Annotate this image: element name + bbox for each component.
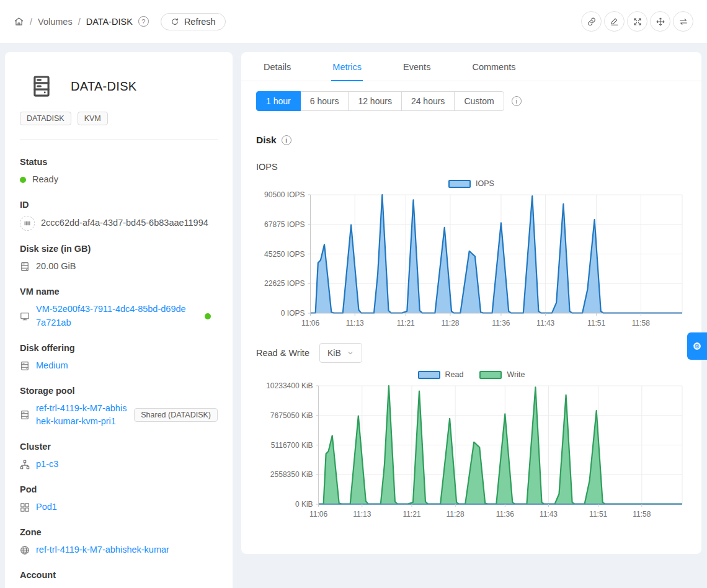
breadcrumb-volumes[interactable]: Volumes (38, 17, 73, 27)
svg-text:11:58: 11:58 (632, 319, 650, 327)
disk-section-title: Disk i (256, 135, 687, 146)
legend-item-iops[interactable]: IOPS (448, 179, 494, 188)
page-header: / Volumes / DATA-DISK ? Refresh (0, 0, 707, 43)
legend-item-read[interactable]: Read (418, 370, 464, 379)
content: DATA-DISK DATADISKKVM StatusReadyID2ccc6… (0, 43, 707, 588)
time-range-12-hours[interactable]: 12 hours (348, 91, 401, 111)
svg-text:11:51: 11:51 (589, 510, 607, 519)
legend-label: Read (445, 370, 464, 379)
time-range-24-hours[interactable]: 24 hours (401, 91, 455, 111)
action-move-button[interactable] (650, 11, 670, 32)
vm-status-dot (205, 313, 211, 319)
hdd-icon (20, 361, 30, 371)
settings-gear-button[interactable] (687, 332, 707, 360)
field-disk-offering: Disk offeringMedium (20, 342, 218, 373)
field-label: Pod (20, 483, 218, 496)
header-actions (581, 11, 693, 32)
field-value-text[interactable]: Medium (36, 359, 68, 373)
field-badge: Shared (DATADISK) (134, 408, 218, 422)
field-label: ID (20, 198, 218, 211)
field-label: Storage pool (20, 385, 218, 397)
field-label: Status (20, 156, 218, 168)
svg-text:11:21: 11:21 (397, 319, 415, 327)
field-value-text[interactable]: ref-trl-4119-k-M7-abhishek-kumar (36, 543, 169, 557)
field-label: Account (20, 569, 218, 581)
field-value-text[interactable]: p1-c3 (36, 458, 58, 471)
legend-label: IOPS (476, 179, 494, 188)
svg-text:90500 IOPS: 90500 IOPS (264, 190, 305, 199)
legend-label: Write (507, 370, 525, 379)
iops-chart-title: IOPS (256, 162, 687, 172)
time-range-6-hours[interactable]: 6 hours (300, 91, 349, 111)
field-value-text[interactable]: VM-52e00f43-7911-4dc4-85bd-d69de7a721ab (36, 303, 190, 330)
time-range-row: 1 hour6 hours12 hours24 hoursCustom i (256, 91, 687, 111)
iops-chart: 0 IOPS22625 IOPS45250 IOPS67875 IOPS9050… (256, 190, 687, 331)
svg-text:0 IOPS: 0 IOPS (281, 309, 305, 318)
svg-text:11:43: 11:43 (540, 510, 558, 519)
tab-metrics[interactable]: Metrics (331, 52, 363, 81)
status-dot (20, 177, 26, 183)
rw-chart-block: ReadWrite 0 KiB2558350 KiB5116700 KiB767… (241, 369, 701, 522)
svg-text:0 KiB: 0 KiB (295, 500, 313, 509)
svg-text:10233400 KiB: 10233400 KiB (266, 381, 313, 390)
breadcrumb: / Volumes / DATA-DISK ? Refresh (14, 13, 226, 30)
help-icon[interactable]: ? (138, 16, 149, 27)
barcode-icon (20, 216, 35, 231)
breadcrumb-separator: / (30, 17, 32, 27)
iops-chart-block: IOPS IOPS 0 IOPS22625 IOPS45250 IOPS6787… (241, 162, 701, 331)
field-value: Ready (20, 173, 218, 187)
action-fullscreen-button[interactable] (627, 11, 647, 32)
svg-text:67875 IOPS: 67875 IOPS (264, 220, 305, 229)
svg-text:11:51: 11:51 (587, 319, 605, 327)
action-edit-button[interactable] (604, 11, 625, 32)
gear-icon (691, 341, 703, 352)
reload-icon (171, 17, 179, 26)
field-label: Disk size (in GB) (20, 243, 218, 255)
appstore-icon (20, 502, 30, 512)
field-account: Accountadmin (20, 569, 218, 588)
link-icon (587, 17, 597, 27)
field-value: VM-52e00f43-7911-4dc4-85bd-d69de7a721ab (20, 303, 218, 330)
swap-icon (678, 17, 688, 27)
unit-select[interactable]: KiB (319, 343, 362, 363)
volume-header: DATA-DISK (20, 67, 218, 98)
field-status: StatusReady (20, 156, 218, 187)
field-value-text[interactable]: ref-trl-4119-k-M7-abhishek-kumar-kvm-pri… (36, 402, 128, 429)
tab-events[interactable]: Events (402, 52, 432, 81)
action-swap-button[interactable] (673, 11, 693, 32)
field-value-text: 2ccc62dd-af4a-43d7-bd45-6b83aae11994 (41, 216, 208, 230)
move-icon (656, 17, 665, 27)
field-value: p1-c3 (20, 458, 218, 471)
field-id: ID2ccc62dd-af4a-43d7-bd45-6b83aae11994 (20, 198, 218, 231)
field-label: VM name (20, 285, 218, 298)
rw-legend: ReadWrite (241, 369, 701, 380)
field-value-text: 20.00 GiB (36, 260, 76, 274)
rw-header-row: Read & Write KiB (256, 343, 687, 363)
time-range-1-hour[interactable]: 1 hour (256, 91, 301, 111)
tab-details[interactable]: Details (262, 52, 292, 81)
disk-section-label: Disk (256, 135, 277, 146)
iops-legend: IOPS (241, 178, 701, 189)
fullscreen-icon (633, 17, 643, 27)
field-value: Pod1 (20, 501, 218, 514)
time-range-custom[interactable]: Custom (454, 91, 504, 111)
action-link-button[interactable] (581, 11, 602, 32)
legend-swatch (479, 371, 502, 379)
field-disk-size-in-gb: Disk size (in GB)20.00 GiB (20, 243, 218, 274)
home-icon[interactable] (14, 16, 24, 27)
chevron-down-icon (347, 349, 354, 357)
disk-info-icon[interactable]: i (282, 135, 291, 145)
tab-comments[interactable]: Comments (471, 52, 517, 81)
legend-item-write[interactable]: Write (479, 370, 525, 379)
field-cluster: Clusterp1-c3 (20, 440, 218, 471)
time-range-info-icon[interactable]: i (512, 96, 522, 106)
svg-text:11:36: 11:36 (492, 319, 510, 327)
field-storage-pool: Storage poolref-trl-4119-k-M7-abhishek-k… (20, 385, 218, 429)
field-label: Zone (20, 526, 218, 538)
field-value-text[interactable]: Pod1 (36, 501, 57, 514)
rw-chart: 0 KiB2558350 KiB5116700 KiB7675050 KiB10… (256, 381, 687, 522)
field-value: Medium (20, 359, 218, 373)
svg-text:11:21: 11:21 (402, 510, 420, 519)
refresh-button[interactable]: Refresh (161, 13, 226, 30)
status-text: Ready (32, 173, 58, 187)
